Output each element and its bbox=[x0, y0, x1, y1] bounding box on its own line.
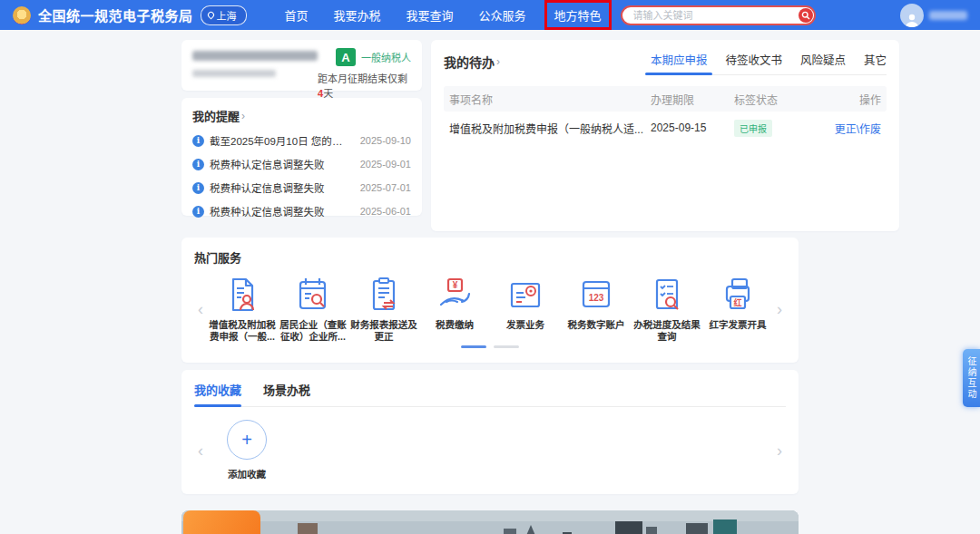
tab-current-declarations[interactable]: 本期应申报 bbox=[651, 51, 708, 68]
plus-icon: + bbox=[227, 420, 267, 460]
company-name-blurred bbox=[192, 51, 318, 61]
tab-scenario-tax[interactable]: 场景办税 bbox=[263, 381, 310, 398]
todos-table-header: 事项名称 办理期限 标签状态 操作 bbox=[444, 86, 887, 112]
banner-accent-block bbox=[183, 510, 260, 534]
add-favorite-button[interactable]: + 添加收藏 bbox=[227, 420, 267, 481]
credit-rating-badge: A bbox=[336, 48, 356, 66]
nav-item-tax-handling[interactable]: 我要办税 bbox=[334, 6, 381, 24]
svg-text:红: 红 bbox=[733, 297, 741, 307]
reminders-title: 我的提醒 bbox=[192, 107, 240, 124]
username-blurred bbox=[929, 11, 967, 20]
taxpayer-info-card: A 一般纳税人 距本月征期结束仅剩4天 bbox=[181, 40, 422, 91]
favorites-tabs: 我的收藏 场景办税 bbox=[194, 381, 786, 407]
hot-services-list: 增值税及附加税费申报（一般... 居民 bbox=[207, 275, 773, 344]
service-enterprise-income-tax[interactable]: 居民企业（查账征收）企业所... bbox=[278, 275, 348, 344]
status-badge: 已申报 bbox=[734, 120, 772, 137]
location-pin-icon bbox=[206, 11, 215, 20]
service-red-invoice[interactable]: 红 红字发票开具 bbox=[702, 275, 773, 344]
service-invoice-business[interactable]: 发票业务 bbox=[490, 275, 561, 344]
service-progress-query[interactable]: 办税进度及结果查询 bbox=[632, 275, 702, 344]
svg-text:123: 123 bbox=[589, 293, 604, 303]
annotation-highlight-box: 地方特色 bbox=[544, 0, 612, 30]
app-title: 全国统一规范电子税务局 bbox=[38, 5, 193, 24]
carousel-pagination bbox=[194, 345, 786, 348]
tab-my-favorites[interactable]: 我的收藏 bbox=[194, 381, 241, 398]
reminder-item[interactable]: i 税费种认定信息调整失败 2025-06-01 bbox=[192, 204, 411, 218]
todos-title: 我的待办 bbox=[444, 53, 495, 71]
nav-item-local-features[interactable]: 地方特色 bbox=[554, 9, 602, 23]
top-nav-bar: 全国统一规范电子税务局 上海 首页 我要办税 我要查询 公众服务 地方特色 bbox=[0, 0, 980, 30]
user-icon bbox=[904, 13, 920, 27]
pagination-dot-2[interactable] bbox=[494, 345, 519, 348]
favorites-next-button[interactable]: › bbox=[773, 442, 786, 459]
todos-card: 我的待办 › 本期应申报 待签收文书 风险疑点 其它 事项名称 办理期限 标签状… bbox=[431, 40, 899, 231]
promo-banner[interactable] bbox=[181, 510, 799, 534]
progress-query-icon bbox=[647, 275, 687, 315]
location-label: 上海 bbox=[217, 8, 237, 23]
nav-item-home[interactable]: 首页 bbox=[285, 6, 309, 24]
search-bar bbox=[621, 5, 816, 25]
hot-services-title: 热门服务 bbox=[194, 248, 786, 266]
tab-other[interactable]: 其它 bbox=[864, 51, 887, 68]
financial-report-icon bbox=[364, 275, 404, 315]
digital-account-icon: 123 bbox=[576, 275, 616, 315]
cityscape-image bbox=[181, 510, 799, 534]
todos-header[interactable]: 我的待办 › bbox=[444, 51, 500, 71]
info-icon: i bbox=[192, 206, 204, 218]
nav-item-inquiry[interactable]: 我要查询 bbox=[407, 6, 454, 24]
info-icon: i bbox=[192, 159, 204, 170]
tab-documents-to-sign[interactable]: 待签收文书 bbox=[725, 51, 782, 68]
interaction-widget-tab[interactable]: 征纳互动 bbox=[963, 349, 980, 407]
taxpayer-type-label: 一般纳税人 bbox=[361, 50, 411, 64]
main-nav: 首页 我要办税 我要查询 公众服务 地方特色 bbox=[285, 6, 604, 24]
search-input[interactable] bbox=[621, 5, 816, 25]
search-button[interactable] bbox=[799, 8, 813, 23]
svg-text:¥: ¥ bbox=[453, 280, 458, 290]
favorites-prev-button[interactable]: ‹ bbox=[194, 442, 207, 459]
chevron-right-icon: › bbox=[496, 55, 500, 68]
nav-item-public-service[interactable]: 公众服务 bbox=[479, 6, 526, 24]
reminder-item[interactable]: i 税费种认定信息调整失败 2025-09-01 bbox=[192, 157, 411, 171]
user-avatar[interactable] bbox=[900, 4, 924, 27]
todos-tabs: 本期应申报 待签收文书 风险疑点 其它 bbox=[651, 51, 887, 75]
carousel-next-button[interactable]: › bbox=[773, 301, 786, 317]
chevron-right-icon: › bbox=[241, 110, 245, 122]
enterprise-income-tax-icon bbox=[293, 275, 333, 315]
vat-declaration-icon bbox=[222, 275, 262, 315]
service-digital-account[interactable]: 123 税务数字账户 bbox=[561, 275, 632, 344]
national-emblem-logo-icon bbox=[13, 6, 31, 24]
todo-deadline: 2025-09-15 bbox=[651, 121, 734, 134]
search-icon bbox=[801, 11, 810, 20]
favorites-card: 我的收藏 场景办税 ‹ + 添加收藏 › bbox=[181, 370, 799, 494]
carousel-prev-button[interactable]: ‹ bbox=[194, 301, 207, 317]
reminders-card: 我的提醒 › i 截至2025年09月10日 您的企业有待... 2025-09… bbox=[181, 98, 422, 216]
info-icon: i bbox=[192, 182, 204, 194]
location-selector[interactable]: 上海 bbox=[201, 5, 247, 25]
todos-table-row: 增值税及附加税费申报（一般纳税人适... 2025-09-15 已申报 更正\作… bbox=[444, 112, 887, 144]
service-vat-declaration[interactable]: 增值税及附加税费申报（一般... bbox=[207, 275, 278, 344]
page-body: A 一般纳税人 距本月征期结束仅剩4天 我的提醒 › i 截至2025年09月1… bbox=[0, 30, 980, 534]
reminder-item[interactable]: i 税费种认定信息调整失败 2025-07-01 bbox=[192, 180, 411, 195]
tax-payment-icon: ¥ bbox=[435, 275, 475, 315]
service-tax-payment[interactable]: ¥ 税费缴纳 bbox=[419, 275, 490, 344]
red-invoice-icon: 红 bbox=[718, 275, 758, 315]
invoice-business-icon bbox=[505, 275, 545, 315]
taxpayer-id-blurred bbox=[192, 70, 276, 77]
tab-risk-points[interactable]: 风险疑点 bbox=[800, 51, 846, 68]
reminder-item[interactable]: i 截至2025年09月10日 您的企业有待... 2025-09-10 bbox=[192, 133, 411, 148]
correct-void-link[interactable]: 更正\作废 bbox=[835, 123, 881, 136]
todo-item-name: 增值税及附加税费申报（一般纳税人适... bbox=[449, 121, 651, 136]
filing-deadline-notice: 距本月征期结束仅剩4天 bbox=[318, 71, 411, 100]
reminders-header[interactable]: 我的提醒 › bbox=[192, 107, 411, 124]
service-financial-report[interactable]: 财务报表报送及更正 bbox=[348, 275, 419, 344]
info-icon: i bbox=[192, 135, 204, 147]
pagination-dot-1[interactable] bbox=[461, 345, 486, 348]
hot-services-card: 热门服务 ‹ 增值税及附加税费申报（一般. bbox=[181, 238, 799, 363]
